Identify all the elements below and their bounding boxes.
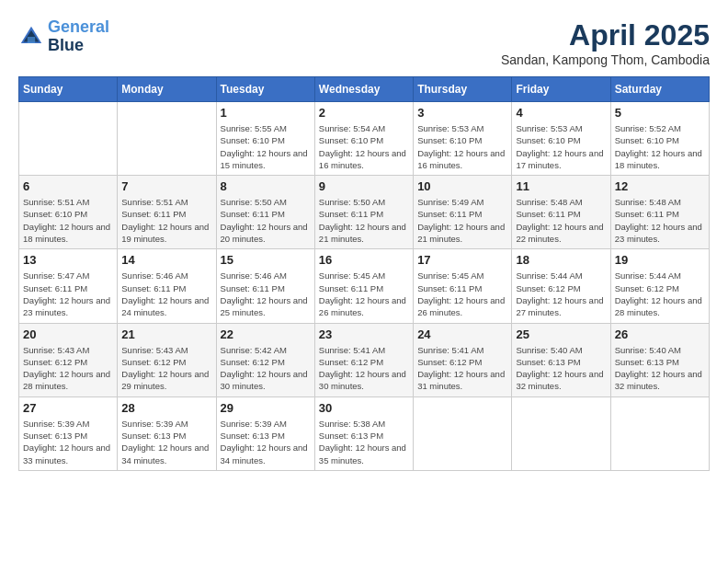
calendar-cell: 25Sunrise: 5:40 AM Sunset: 6:13 PM Dayli… <box>512 323 610 396</box>
day-number: 30 <box>319 401 409 415</box>
day-info: Sunrise: 5:45 AM Sunset: 6:11 PM Dayligh… <box>319 270 409 318</box>
calendar-cell: 17Sunrise: 5:45 AM Sunset: 6:11 PM Dayli… <box>414 249 512 323</box>
day-info: Sunrise: 5:46 AM Sunset: 6:11 PM Dayligh… <box>221 270 311 318</box>
day-info: Sunrise: 5:41 AM Sunset: 6:12 PM Dayligh… <box>319 344 409 393</box>
logo-icon <box>18 24 44 50</box>
calendar-week-row: 20Sunrise: 5:43 AM Sunset: 6:12 PM Dayli… <box>19 323 710 396</box>
day-number: 19 <box>615 253 705 267</box>
day-info: Sunrise: 5:51 AM Sunset: 6:10 PM Dayligh… <box>23 196 113 245</box>
day-info: Sunrise: 5:38 AM Sunset: 6:13 PM Dayligh… <box>319 418 409 466</box>
calendar-cell: 18Sunrise: 5:44 AM Sunset: 6:12 PM Dayli… <box>512 249 610 323</box>
day-number: 15 <box>221 253 311 267</box>
calendar-header-row: SundayMondayTuesdayWednesdayThursdayFrid… <box>19 77 710 102</box>
day-info: Sunrise: 5:43 AM Sunset: 6:12 PM Dayligh… <box>23 344 113 393</box>
calendar-cell <box>19 102 118 176</box>
calendar-cell: 5Sunrise: 5:52 AM Sunset: 6:10 PM Daylig… <box>610 102 709 176</box>
day-info: Sunrise: 5:46 AM Sunset: 6:11 PM Dayligh… <box>121 270 211 318</box>
calendar-cell: 16Sunrise: 5:45 AM Sunset: 6:11 PM Dayli… <box>314 249 413 323</box>
day-info: Sunrise: 5:53 AM Sunset: 6:10 PM Dayligh… <box>417 122 507 171</box>
day-number: 17 <box>417 253 507 267</box>
calendar-cell: 19Sunrise: 5:44 AM Sunset: 6:12 PM Dayli… <box>610 249 709 323</box>
col-header-wednesday: Wednesday <box>314 77 413 102</box>
calendar-cell: 11Sunrise: 5:48 AM Sunset: 6:11 PM Dayli… <box>512 176 610 249</box>
day-number: 13 <box>23 253 113 267</box>
day-number: 25 <box>516 327 606 341</box>
calendar-cell: 6Sunrise: 5:51 AM Sunset: 6:10 PM Daylig… <box>19 176 118 249</box>
calendar-cell: 3Sunrise: 5:53 AM Sunset: 6:10 PM Daylig… <box>414 102 512 176</box>
calendar-cell: 8Sunrise: 5:50 AM Sunset: 6:11 PM Daylig… <box>216 176 314 249</box>
calendar-cell: 30Sunrise: 5:38 AM Sunset: 6:13 PM Dayli… <box>314 396 413 470</box>
day-info: Sunrise: 5:48 AM Sunset: 6:11 PM Dayligh… <box>516 196 606 245</box>
calendar-cell <box>414 396 512 470</box>
calendar-cell <box>118 102 216 176</box>
day-number: 10 <box>417 179 507 193</box>
calendar-cell <box>512 396 610 470</box>
day-info: Sunrise: 5:40 AM Sunset: 6:13 PM Dayligh… <box>516 344 606 393</box>
calendar-cell: 4Sunrise: 5:53 AM Sunset: 6:10 PM Daylig… <box>512 102 610 176</box>
col-header-sunday: Sunday <box>19 77 118 102</box>
title-block: April 2025 Sandan, Kampong Thom, Cambodi… <box>501 18 710 67</box>
day-number: 16 <box>319 253 409 267</box>
calendar-week-row: 27Sunrise: 5:39 AM Sunset: 6:13 PM Dayli… <box>19 396 710 470</box>
calendar-cell: 12Sunrise: 5:48 AM Sunset: 6:11 PM Dayli… <box>610 176 709 249</box>
day-number: 11 <box>516 179 606 193</box>
calendar-cell: 9Sunrise: 5:50 AM Sunset: 6:11 PM Daylig… <box>314 176 413 249</box>
day-number: 6 <box>23 179 113 193</box>
page-header: General Blue April 2025 Sandan, Kampong … <box>18 18 710 67</box>
day-number: 24 <box>417 327 507 341</box>
day-info: Sunrise: 5:50 AM Sunset: 6:11 PM Dayligh… <box>319 196 409 245</box>
calendar-cell: 27Sunrise: 5:39 AM Sunset: 6:13 PM Dayli… <box>19 396 118 470</box>
day-number: 8 <box>221 179 311 193</box>
day-info: Sunrise: 5:39 AM Sunset: 6:13 PM Dayligh… <box>121 418 211 466</box>
day-info: Sunrise: 5:42 AM Sunset: 6:12 PM Dayligh… <box>221 344 311 393</box>
day-number: 4 <box>516 106 606 120</box>
day-info: Sunrise: 5:47 AM Sunset: 6:11 PM Dayligh… <box>23 270 113 318</box>
location-subtitle: Sandan, Kampong Thom, Cambodia <box>501 52 710 67</box>
day-number: 7 <box>121 179 211 193</box>
calendar-week-row: 13Sunrise: 5:47 AM Sunset: 6:11 PM Dayli… <box>19 249 710 323</box>
day-number: 22 <box>221 327 311 341</box>
day-number: 5 <box>615 106 705 120</box>
day-number: 18 <box>516 253 606 267</box>
day-number: 9 <box>319 179 409 193</box>
day-info: Sunrise: 5:45 AM Sunset: 6:11 PM Dayligh… <box>417 270 507 318</box>
calendar-cell: 21Sunrise: 5:43 AM Sunset: 6:12 PM Dayli… <box>118 323 216 396</box>
day-info: Sunrise: 5:43 AM Sunset: 6:12 PM Dayligh… <box>121 344 211 393</box>
day-info: Sunrise: 5:54 AM Sunset: 6:10 PM Dayligh… <box>319 122 409 171</box>
day-number: 29 <box>221 401 311 415</box>
calendar-cell: 29Sunrise: 5:39 AM Sunset: 6:13 PM Dayli… <box>216 396 314 470</box>
day-number: 14 <box>121 253 211 267</box>
calendar-cell <box>610 396 709 470</box>
day-info: Sunrise: 5:53 AM Sunset: 6:10 PM Dayligh… <box>516 122 606 171</box>
day-number: 27 <box>23 401 113 415</box>
day-info: Sunrise: 5:44 AM Sunset: 6:12 PM Dayligh… <box>615 270 705 318</box>
day-info: Sunrise: 5:51 AM Sunset: 6:11 PM Dayligh… <box>121 196 211 245</box>
day-number: 2 <box>319 106 409 120</box>
calendar-cell: 28Sunrise: 5:39 AM Sunset: 6:13 PM Dayli… <box>118 396 216 470</box>
day-number: 28 <box>121 401 211 415</box>
day-number: 3 <box>417 106 507 120</box>
day-info: Sunrise: 5:41 AM Sunset: 6:12 PM Dayligh… <box>417 344 507 393</box>
logo: General Blue <box>18 18 109 55</box>
day-number: 26 <box>615 327 705 341</box>
calendar-cell: 7Sunrise: 5:51 AM Sunset: 6:11 PM Daylig… <box>118 176 216 249</box>
day-info: Sunrise: 5:48 AM Sunset: 6:11 PM Dayligh… <box>615 196 705 245</box>
calendar-cell: 1Sunrise: 5:55 AM Sunset: 6:10 PM Daylig… <box>216 102 314 176</box>
col-header-tuesday: Tuesday <box>216 77 314 102</box>
day-info: Sunrise: 5:39 AM Sunset: 6:13 PM Dayligh… <box>23 418 113 466</box>
day-number: 1 <box>221 106 311 120</box>
col-header-friday: Friday <box>512 77 610 102</box>
calendar-cell: 2Sunrise: 5:54 AM Sunset: 6:10 PM Daylig… <box>314 102 413 176</box>
day-number: 12 <box>615 179 705 193</box>
svg-rect-2 <box>28 37 35 43</box>
day-info: Sunrise: 5:40 AM Sunset: 6:13 PM Dayligh… <box>615 344 705 393</box>
day-number: 21 <box>121 327 211 341</box>
calendar-cell: 22Sunrise: 5:42 AM Sunset: 6:12 PM Dayli… <box>216 323 314 396</box>
calendar-cell: 14Sunrise: 5:46 AM Sunset: 6:11 PM Dayli… <box>118 249 216 323</box>
day-number: 23 <box>319 327 409 341</box>
day-info: Sunrise: 5:50 AM Sunset: 6:11 PM Dayligh… <box>221 196 311 245</box>
calendar-table: SundayMondayTuesdayWednesdayThursdayFrid… <box>18 76 710 471</box>
calendar-cell: 24Sunrise: 5:41 AM Sunset: 6:12 PM Dayli… <box>414 323 512 396</box>
day-number: 20 <box>23 327 113 341</box>
col-header-monday: Monday <box>118 77 216 102</box>
